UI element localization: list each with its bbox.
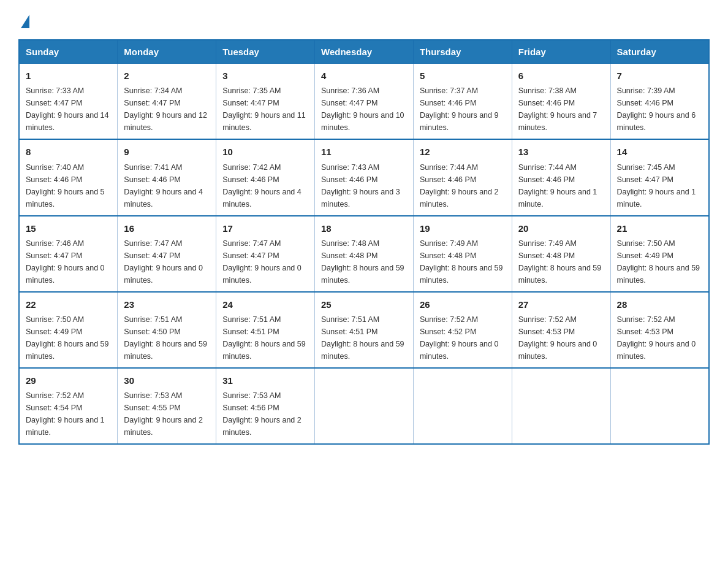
day-info: Sunrise: 7:40 AMSunset: 4:46 PMDaylight:… xyxy=(26,161,111,210)
calendar-day-cell: 11 Sunrise: 7:43 AMSunset: 4:46 PMDaylig… xyxy=(315,139,414,215)
page-header xyxy=(18,12,710,28)
day-number: 1 xyxy=(26,69,111,83)
calendar-day-cell: 6 Sunrise: 7:38 AMSunset: 4:46 PMDayligh… xyxy=(512,64,610,140)
day-info: Sunrise: 7:51 AMSunset: 4:51 PMDaylight:… xyxy=(222,313,308,362)
header-saturday: Saturday xyxy=(610,40,709,64)
day-info: Sunrise: 7:45 AMSunset: 4:47 PMDaylight:… xyxy=(617,161,702,210)
calendar-day-cell: 8 Sunrise: 7:40 AMSunset: 4:46 PMDayligh… xyxy=(19,139,118,215)
day-info: Sunrise: 7:39 AMSunset: 4:46 PMDaylight:… xyxy=(617,85,702,134)
calendar-day-cell: 15 Sunrise: 7:46 AMSunset: 4:47 PMDaylig… xyxy=(19,216,118,292)
calendar-week-row: 15 Sunrise: 7:46 AMSunset: 4:47 PMDaylig… xyxy=(19,216,709,292)
logo xyxy=(18,12,29,28)
day-info: Sunrise: 7:50 AMSunset: 4:49 PMDaylight:… xyxy=(26,313,111,362)
calendar-day-cell: 18 Sunrise: 7:48 AMSunset: 4:48 PMDaylig… xyxy=(315,216,414,292)
day-number: 9 xyxy=(124,145,210,159)
day-info: Sunrise: 7:53 AMSunset: 4:56 PMDaylight:… xyxy=(222,389,308,439)
day-info: Sunrise: 7:52 AMSunset: 4:53 PMDaylight:… xyxy=(518,313,604,362)
day-info: Sunrise: 7:37 AMSunset: 4:46 PMDaylight:… xyxy=(420,85,506,134)
day-info: Sunrise: 7:33 AMSunset: 4:47 PMDaylight:… xyxy=(26,85,111,134)
calendar-day-cell: 28 Sunrise: 7:52 AMSunset: 4:53 PMDaylig… xyxy=(610,292,709,368)
calendar-day-cell: 31 Sunrise: 7:53 AMSunset: 4:56 PMDaylig… xyxy=(216,368,315,444)
day-number: 20 xyxy=(518,221,604,236)
day-info: Sunrise: 7:49 AMSunset: 4:48 PMDaylight:… xyxy=(420,237,506,286)
empty-cell xyxy=(315,368,414,444)
day-info: Sunrise: 7:34 AMSunset: 4:47 PMDaylight:… xyxy=(124,85,210,134)
calendar-header-row: SundayMondayTuesdayWednesdayThursdayFrid… xyxy=(19,40,709,64)
calendar-day-cell: 16 Sunrise: 7:47 AMSunset: 4:47 PMDaylig… xyxy=(118,216,216,292)
calendar-day-cell: 7 Sunrise: 7:39 AMSunset: 4:46 PMDayligh… xyxy=(610,64,709,140)
day-number: 30 xyxy=(124,373,210,388)
calendar-day-cell: 10 Sunrise: 7:42 AMSunset: 4:46 PMDaylig… xyxy=(216,139,315,215)
day-number: 24 xyxy=(222,297,308,312)
day-number: 26 xyxy=(420,297,506,312)
empty-cell xyxy=(610,368,709,444)
calendar-week-row: 1 Sunrise: 7:33 AMSunset: 4:47 PMDayligh… xyxy=(19,64,709,140)
day-info: Sunrise: 7:36 AMSunset: 4:47 PMDaylight:… xyxy=(321,85,407,134)
day-info: Sunrise: 7:44 AMSunset: 4:46 PMDaylight:… xyxy=(420,161,506,210)
day-info: Sunrise: 7:46 AMSunset: 4:47 PMDaylight:… xyxy=(26,237,111,286)
calendar-day-cell: 25 Sunrise: 7:51 AMSunset: 4:51 PMDaylig… xyxy=(315,292,414,368)
logo-triangle-icon xyxy=(21,15,29,28)
calendar-day-cell: 2 Sunrise: 7:34 AMSunset: 4:47 PMDayligh… xyxy=(118,64,216,140)
day-number: 31 xyxy=(222,373,308,388)
day-number: 18 xyxy=(321,221,407,236)
day-info: Sunrise: 7:50 AMSunset: 4:49 PMDaylight:… xyxy=(617,237,702,286)
day-info: Sunrise: 7:52 AMSunset: 4:53 PMDaylight:… xyxy=(617,313,702,362)
calendar-day-cell: 24 Sunrise: 7:51 AMSunset: 4:51 PMDaylig… xyxy=(216,292,315,368)
day-number: 23 xyxy=(124,297,210,312)
day-number: 2 xyxy=(124,69,210,83)
header-thursday: Thursday xyxy=(413,40,512,64)
calendar-day-cell: 23 Sunrise: 7:51 AMSunset: 4:50 PMDaylig… xyxy=(118,292,216,368)
day-number: 12 xyxy=(420,145,506,159)
calendar-day-cell: 30 Sunrise: 7:53 AMSunset: 4:55 PMDaylig… xyxy=(118,368,216,444)
calendar-day-cell: 13 Sunrise: 7:44 AMSunset: 4:46 PMDaylig… xyxy=(512,139,610,215)
empty-cell xyxy=(512,368,610,444)
day-number: 28 xyxy=(617,297,702,312)
day-number: 22 xyxy=(26,297,111,312)
day-info: Sunrise: 7:43 AMSunset: 4:46 PMDaylight:… xyxy=(321,161,407,210)
day-info: Sunrise: 7:52 AMSunset: 4:52 PMDaylight:… xyxy=(420,313,506,362)
day-number: 14 xyxy=(617,145,702,159)
header-friday: Friday xyxy=(512,40,610,64)
calendar-day-cell: 1 Sunrise: 7:33 AMSunset: 4:47 PMDayligh… xyxy=(19,64,118,140)
day-info: Sunrise: 7:42 AMSunset: 4:46 PMDaylight:… xyxy=(222,161,308,210)
day-info: Sunrise: 7:47 AMSunset: 4:47 PMDaylight:… xyxy=(124,237,210,286)
day-info: Sunrise: 7:53 AMSunset: 4:55 PMDaylight:… xyxy=(124,389,210,439)
calendar-day-cell: 27 Sunrise: 7:52 AMSunset: 4:53 PMDaylig… xyxy=(512,292,610,368)
day-number: 15 xyxy=(26,221,111,236)
day-info: Sunrise: 7:41 AMSunset: 4:46 PMDaylight:… xyxy=(124,161,210,210)
calendar-week-row: 22 Sunrise: 7:50 AMSunset: 4:49 PMDaylig… xyxy=(19,292,709,368)
day-number: 5 xyxy=(420,69,506,83)
day-number: 21 xyxy=(617,221,702,236)
day-number: 10 xyxy=(222,145,308,159)
calendar-day-cell: 17 Sunrise: 7:47 AMSunset: 4:47 PMDaylig… xyxy=(216,216,315,292)
day-info: Sunrise: 7:48 AMSunset: 4:48 PMDaylight:… xyxy=(321,237,407,286)
header-wednesday: Wednesday xyxy=(315,40,414,64)
calendar-day-cell: 26 Sunrise: 7:52 AMSunset: 4:52 PMDaylig… xyxy=(413,292,512,368)
day-info: Sunrise: 7:51 AMSunset: 4:50 PMDaylight:… xyxy=(124,313,210,362)
day-number: 6 xyxy=(518,69,604,83)
day-info: Sunrise: 7:49 AMSunset: 4:48 PMDaylight:… xyxy=(518,237,604,286)
header-sunday: Sunday xyxy=(19,40,118,64)
day-number: 17 xyxy=(222,221,308,236)
day-number: 19 xyxy=(420,221,506,236)
day-number: 27 xyxy=(518,297,604,312)
day-number: 25 xyxy=(321,297,407,312)
header-monday: Monday xyxy=(118,40,216,64)
day-info: Sunrise: 7:35 AMSunset: 4:47 PMDaylight:… xyxy=(222,85,308,134)
header-tuesday: Tuesday xyxy=(216,40,315,64)
calendar-day-cell: 12 Sunrise: 7:44 AMSunset: 4:46 PMDaylig… xyxy=(413,139,512,215)
day-info: Sunrise: 7:47 AMSunset: 4:47 PMDaylight:… xyxy=(222,237,308,286)
day-number: 8 xyxy=(26,145,111,159)
day-info: Sunrise: 7:51 AMSunset: 4:51 PMDaylight:… xyxy=(321,313,407,362)
day-number: 16 xyxy=(124,221,210,236)
day-info: Sunrise: 7:44 AMSunset: 4:46 PMDaylight:… xyxy=(518,161,604,210)
calendar-day-cell: 4 Sunrise: 7:36 AMSunset: 4:47 PMDayligh… xyxy=(315,64,414,140)
calendar-day-cell: 3 Sunrise: 7:35 AMSunset: 4:47 PMDayligh… xyxy=(216,64,315,140)
day-number: 4 xyxy=(321,69,407,83)
day-number: 7 xyxy=(617,69,702,83)
calendar-day-cell: 29 Sunrise: 7:52 AMSunset: 4:54 PMDaylig… xyxy=(19,368,118,444)
calendar-day-cell: 14 Sunrise: 7:45 AMSunset: 4:47 PMDaylig… xyxy=(610,139,709,215)
day-number: 13 xyxy=(518,145,604,159)
empty-cell xyxy=(413,368,512,444)
